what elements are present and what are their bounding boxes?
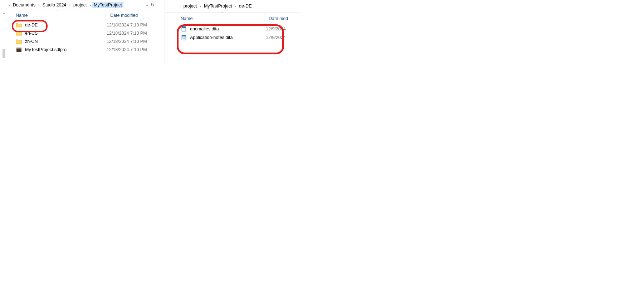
column-header-date-label: Date modified (110, 13, 138, 18)
column-header-date[interactable]: Date mod (264, 13, 288, 25)
file-name: Application-notes.dita (190, 35, 266, 40)
folder-icon (16, 22, 22, 28)
project-file-icon (16, 46, 22, 53)
chevron-up-icon[interactable]: ⌃ (3, 12, 6, 17)
file-name: zh-CN (25, 39, 107, 44)
file-name: anomalies.dita (190, 26, 266, 31)
file-name: MyTestProject.sdlproj (25, 47, 107, 52)
file-date: 12/9/2024 (266, 35, 286, 40)
chevron-right-icon: › (234, 4, 237, 8)
svg-rect-7 (182, 38, 185, 38)
list-item[interactable]: de-DE 12/18/2024 7:10 PM (8, 21, 157, 29)
file-date: 12/18/2024 7:10 PM (107, 31, 147, 36)
chevron-right-icon: › (8, 3, 11, 7)
explorer-pane-right: › project › MyTestProject › de-DE ⌃ Name… (165, 0, 301, 64)
svg-rect-6 (182, 35, 186, 36)
chevron-down-icon[interactable]: ⌄ (146, 3, 148, 7)
svg-rect-8 (182, 38, 185, 39)
breadcrumb-bar[interactable]: › project › MyTestProject › de-DE (165, 0, 301, 12)
file-date: 12/18/2024 7:10 PM (107, 47, 147, 52)
column-header-row: ⌃ Name Date modified (8, 10, 157, 21)
chevron-right-icon: › (89, 3, 92, 7)
explorer-pane-left: › Documents › Studio 2024 › project › My… (0, 0, 157, 58)
file-date: 12/18/2024 7:10 PM (107, 23, 147, 28)
scrollbar-thumb[interactable] (3, 49, 5, 58)
svg-rect-0 (16, 48, 21, 49)
left-gutter: ⌃ (0, 10, 8, 58)
address-bar-tail: ⌄ ↻ (124, 2, 156, 8)
breadcrumb-item[interactable]: Documents (11, 2, 37, 8)
column-header-name-label: Name (16, 13, 28, 18)
breadcrumb-item[interactable]: project (72, 2, 88, 8)
file-name: de-DE (25, 23, 107, 28)
svg-rect-2 (182, 26, 186, 28)
list-item[interactable]: anomalies.dita 12/9/2024 (165, 25, 301, 33)
refresh-icon[interactable]: ↻ (151, 2, 155, 8)
file-date: 12/9/2024 (266, 26, 286, 31)
svg-rect-3 (182, 29, 185, 29)
svg-rect-4 (182, 30, 185, 30)
column-header-date-label: Date mod (269, 16, 288, 21)
list-item[interactable]: MyTestProject.sdlproj 12/18/2024 7:10 PM (8, 45, 157, 54)
list-item[interactable]: zh-CN 12/18/2024 7:10 PM (8, 37, 157, 45)
chevron-right-icon: › (68, 3, 71, 7)
sort-asc-icon: ⌃ (55, 9, 58, 13)
sort-asc-icon: ⌃ (221, 12, 224, 15)
column-header-name-label: Name (181, 16, 192, 21)
chevron-right-icon: › (199, 4, 202, 8)
dita-file-icon (181, 34, 187, 41)
breadcrumb-item[interactable]: project (182, 3, 199, 9)
breadcrumb-item[interactable]: MyTestProject (203, 3, 234, 9)
column-header-date[interactable]: Date modified (106, 10, 138, 21)
column-header-row: ⌃ Name Date mod (165, 13, 301, 25)
breadcrumb-item-current[interactable]: de-DE (238, 3, 253, 9)
folder-icon (16, 30, 22, 36)
column-header-name[interactable]: ⌃ Name (165, 13, 264, 25)
list-item[interactable]: Application-notes.dita 12/9/2024 (165, 33, 301, 42)
list-item[interactable]: en-US 12/18/2024 7:10 PM (8, 29, 157, 37)
column-header-name[interactable]: ⌃ Name (8, 10, 106, 21)
chevron-right-icon: › (38, 3, 40, 7)
chevron-right-icon: › (179, 4, 181, 8)
folder-icon (16, 38, 22, 45)
breadcrumb-bar[interactable]: › Documents › Studio 2024 › project › My… (0, 0, 157, 10)
file-name: en-US (25, 31, 107, 36)
breadcrumb-item[interactable]: Studio 2024 (41, 2, 68, 8)
dita-file-icon (181, 26, 187, 32)
file-date: 12/18/2024 7:10 PM (107, 39, 147, 44)
breadcrumb-item-current[interactable]: MyTestProject (92, 2, 123, 8)
